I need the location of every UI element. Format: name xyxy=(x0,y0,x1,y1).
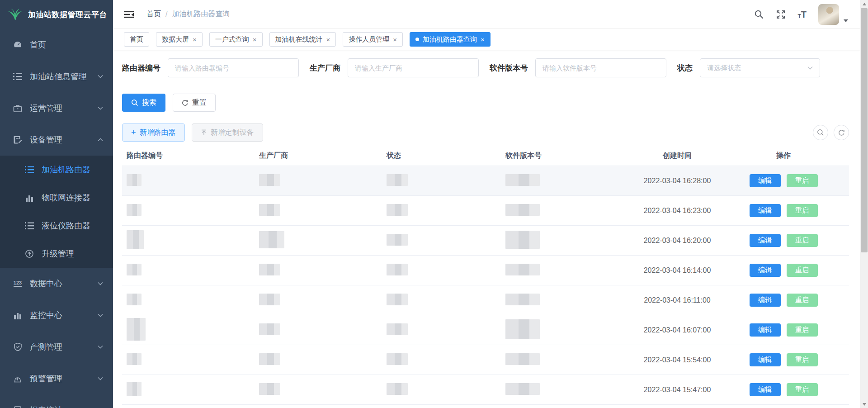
scrollbar-thumb[interactable] xyxy=(861,8,868,252)
sidebar-item-level-gauge-router[interactable]: 液位仪路由器 xyxy=(0,212,113,240)
edit-button[interactable]: 编辑 xyxy=(750,353,781,366)
sidebar-item-production-test[interactable]: 产测管理 xyxy=(0,331,113,363)
restart-button[interactable]: 重启 xyxy=(787,323,818,337)
add-custom-device-button[interactable]: 新增定制设备 xyxy=(192,123,263,142)
sidebar-item-station-info[interactable]: 加油站信息管理 xyxy=(0,61,113,92)
close-icon[interactable]: × xyxy=(253,36,257,43)
sidebar-item-alert-mgmt[interactable]: 预警管理 xyxy=(0,363,113,394)
table-toolbar: + 新增路由器 新增定制设备 xyxy=(122,123,849,142)
avatar-caret-icon[interactable] xyxy=(844,19,848,22)
fullscreen-icon[interactable] xyxy=(776,9,786,19)
device-mgmt-submenu: 加油机路由器 物联网连接器 液位仪路由器 xyxy=(0,156,113,268)
col-created-at: 创建时间 xyxy=(637,151,718,161)
font-size-icon[interactable]: TT xyxy=(797,10,807,19)
chevron-down-icon xyxy=(98,313,103,317)
tags-view-bar: 首页 数据大屏× 一户式查询× 加油机在线统计× 操作人员管理× 加油机路由器查… xyxy=(113,29,868,50)
search-icon xyxy=(817,129,824,136)
edit-button[interactable]: 编辑 xyxy=(750,383,781,396)
close-icon[interactable]: × xyxy=(481,36,485,43)
sidebar-item-home[interactable]: 首页 xyxy=(0,29,113,61)
table-header: 路由器编号 生产厂商 状态 软件版本号 创建时间 操作 xyxy=(122,146,849,166)
edit-button[interactable]: 编辑 xyxy=(750,264,781,277)
cloud-upload-icon xyxy=(24,249,35,258)
close-icon[interactable]: × xyxy=(326,36,330,43)
vertical-scrollbar[interactable] xyxy=(860,0,868,408)
manufacturer-input[interactable] xyxy=(348,58,479,77)
close-icon[interactable]: × xyxy=(393,36,397,43)
search-icon xyxy=(131,99,138,106)
close-icon[interactable]: × xyxy=(193,36,197,43)
sidebar-item-report-stats[interactable]: 报表统计 xyxy=(0,394,113,408)
redacted-cell xyxy=(387,353,408,365)
redacted-cell xyxy=(387,323,408,335)
tab-pump-online-stats[interactable]: 加油机在线统计× xyxy=(269,32,336,47)
tab-pump-router-query[interactable]: 加油机路由器查询× xyxy=(410,32,491,47)
sidebar-item-data-center[interactable]: 123 数据中心 xyxy=(0,268,113,299)
table-row: 2022-03-04 16:23:00 编辑 重启 xyxy=(122,196,849,226)
sidebar-item-operations[interactable]: 运营管理 xyxy=(0,92,113,124)
restart-button[interactable]: 重启 xyxy=(787,234,818,247)
redacted-cell xyxy=(387,204,408,216)
table-row: 2022-03-04 16:14:00 编辑 重启 xyxy=(122,256,849,285)
sidebar-item-pump-router[interactable]: 加油机路由器 xyxy=(0,156,113,184)
active-dot xyxy=(415,38,419,41)
table-search-button[interactable] xyxy=(813,125,828,140)
created-at: 2022-03-04 15:54:00 xyxy=(637,356,718,364)
sidebar-item-device-mgmt[interactable]: 设备管理 xyxy=(0,124,113,156)
restart-button[interactable]: 重启 xyxy=(787,204,818,217)
table-row: 2022-03-04 16:07:00 编辑 重启 xyxy=(122,315,849,345)
tab-data-screen[interactable]: 数据大屏× xyxy=(156,32,203,47)
redacted-cell xyxy=(259,174,280,186)
router-table: 路由器编号 生产厂商 状态 软件版本号 创建时间 操作 2022-03-04 1… xyxy=(122,146,849,405)
created-at: 2022-03-04 16:28:00 xyxy=(637,177,718,185)
breadcrumb-home[interactable]: 首页 xyxy=(146,9,161,19)
plus-icon: + xyxy=(131,128,136,137)
scroll-down-icon[interactable] xyxy=(860,400,868,408)
sidebar-item-monitor-center[interactable]: 监控中心 xyxy=(0,299,113,331)
tab-home[interactable]: 首页 xyxy=(124,32,149,47)
menu-fold-icon[interactable] xyxy=(124,10,134,19)
numbers-123-icon: 123 xyxy=(12,280,24,287)
table-row: 2022-03-04 16:20:00 编辑 重启 xyxy=(122,226,849,256)
router-no-label: 路由器编号 xyxy=(122,63,160,73)
sidebar-item-upgrade-mgmt[interactable]: 升级管理 xyxy=(0,240,113,268)
redacted-cell xyxy=(259,294,280,305)
redacted-cell xyxy=(259,231,284,248)
tab-household-query[interactable]: 一户式查询× xyxy=(209,32,263,47)
edit-button[interactable]: 编辑 xyxy=(750,204,781,217)
sidebar-item-iot-connector[interactable]: 物联网连接器 xyxy=(0,184,113,212)
alarm-icon xyxy=(12,375,24,383)
redacted-cell xyxy=(259,383,280,395)
restart-button[interactable]: 重启 xyxy=(787,353,818,366)
status-select[interactable]: 请选择状态 xyxy=(700,58,820,77)
restart-button[interactable]: 重启 xyxy=(787,174,818,187)
restart-button[interactable]: 重启 xyxy=(787,294,818,307)
upload-icon xyxy=(201,129,207,136)
sw-version-input[interactable] xyxy=(535,58,666,77)
app-title: 加油站数据管理云平台 xyxy=(28,9,107,20)
restart-button[interactable]: 重启 xyxy=(787,264,818,277)
edit-button[interactable]: 编辑 xyxy=(750,294,781,307)
redacted-cell xyxy=(505,264,540,275)
search-icon[interactable] xyxy=(754,9,764,19)
created-at: 2022-03-04 16:23:00 xyxy=(637,207,718,215)
tab-operator-mgmt[interactable]: 操作人员管理× xyxy=(343,32,403,47)
router-no-input[interactable] xyxy=(168,58,299,77)
table-refresh-button[interactable] xyxy=(834,125,849,140)
edit-button[interactable]: 编辑 xyxy=(750,174,781,187)
edit-button[interactable]: 编辑 xyxy=(750,323,781,337)
reset-button[interactable]: 重置 xyxy=(173,94,216,112)
document-edit-icon xyxy=(12,135,24,144)
search-button[interactable]: 搜索 xyxy=(122,94,165,112)
redacted-cell xyxy=(387,264,408,275)
scroll-up-icon[interactable] xyxy=(860,0,868,8)
avatar[interactable] xyxy=(818,4,839,25)
restart-button[interactable]: 重启 xyxy=(787,383,818,396)
redacted-cell xyxy=(505,353,540,365)
edit-button[interactable]: 编辑 xyxy=(750,234,781,247)
redacted-cell xyxy=(387,174,408,186)
manufacturer-label: 生产厂商 xyxy=(310,63,340,73)
created-at: 2022-03-04 16:07:00 xyxy=(637,326,718,334)
table-row: 2022-03-04 15:54:00 编辑 重启 xyxy=(122,345,849,375)
add-router-button[interactable]: + 新增路由器 xyxy=(122,123,185,142)
